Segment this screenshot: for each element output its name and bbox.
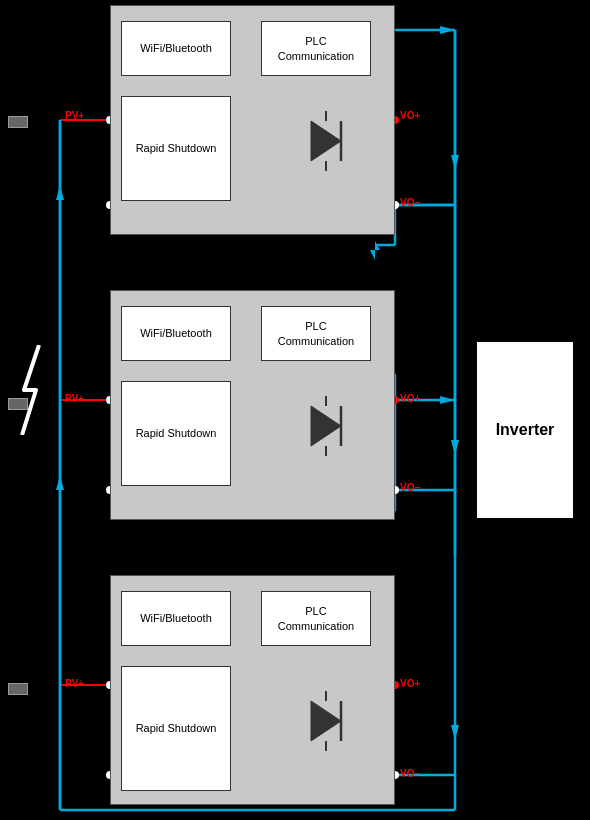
svg-marker-54 <box>311 406 341 446</box>
svg-marker-32 <box>56 185 64 200</box>
svg-marker-9 <box>370 241 380 260</box>
module-3: WiFi/Bluetooth PLCCommunication Rapid Sh… <box>110 575 395 805</box>
svg-marker-33 <box>56 475 64 490</box>
svg-marker-58 <box>311 701 341 741</box>
lightning-symbol <box>14 345 49 442</box>
connector-1 <box>8 116 28 128</box>
svg-marker-14 <box>451 725 459 740</box>
plc-comm-box-3: PLCCommunication <box>261 591 371 646</box>
vo-plus-label-1: VO+ <box>400 110 420 121</box>
diagram-container: WiFi/Bluetooth PLCCommunication Rapid Sh… <box>0 0 590 820</box>
wifi-bluetooth-box-1: WiFi/Bluetooth <box>121 21 231 76</box>
rapid-shutdown-box-2: Rapid Shutdown <box>121 381 231 486</box>
svg-marker-12 <box>451 155 459 170</box>
vo-plus-label-3: VO+ <box>400 678 420 689</box>
wifi-bluetooth-box-2: WiFi/Bluetooth <box>121 306 231 361</box>
svg-marker-50 <box>311 121 341 161</box>
vo-minus-label-2: VO– <box>400 482 420 493</box>
svg-marker-13 <box>451 440 459 455</box>
vo-minus-label-3: VO– <box>400 768 420 779</box>
module-1: WiFi/Bluetooth PLCCommunication Rapid Sh… <box>110 5 395 235</box>
rapid-shutdown-box-3: Rapid Shutdown <box>121 666 231 791</box>
vo-plus-label-2: VO+ <box>400 393 420 404</box>
plc-comm-box-1: PLCCommunication <box>261 21 371 76</box>
pv-label-2: PV+ <box>65 393 84 404</box>
rapid-shutdown-box-1: Rapid Shutdown <box>121 96 231 201</box>
module-2: WiFi/Bluetooth PLCCommunication Rapid Sh… <box>110 290 395 520</box>
svg-marker-19 <box>440 396 455 404</box>
connector-3 <box>8 683 28 695</box>
svg-marker-15 <box>440 26 455 34</box>
wifi-bluetooth-box-3: WiFi/Bluetooth <box>121 591 231 646</box>
vo-minus-label-1: VO– <box>400 197 420 208</box>
pv-label-3: PV+ <box>65 678 84 689</box>
connector-2 <box>8 398 28 410</box>
pv-label-1: PV+ <box>65 110 84 121</box>
inverter-box: Inverter <box>475 340 575 520</box>
plc-comm-box-2: PLCCommunication <box>261 306 371 361</box>
